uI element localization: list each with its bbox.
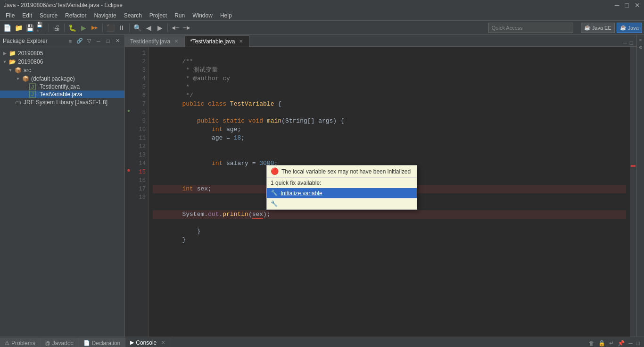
debug-btn[interactable]: 🐛 [67,23,77,33]
tab-problems-label: Problems [11,340,35,347]
back-btn[interactable]: ◀ [143,23,154,33]
tree-item-testidentify[interactable]: ▶ J TestIdentify.java [0,83,124,91]
line-num-18: 18 [132,193,146,202]
tab-testidentify[interactable]: TestIdentify.java ✕ [125,35,185,47]
quick-access-label: Quick Access [492,25,523,31]
perspective-javaee[interactable]: ☕ Java EE [581,23,615,33]
editor-tabs: TestIdentify.java ✕ *TestVariable.java ✕… [125,35,636,47]
label-default-pkg: (default package) [31,75,75,82]
tab-max-btn[interactable]: □ [628,40,635,46]
maximize-btn[interactable]: □ [625,1,629,9]
qf-fix-icon: 🔧 [271,190,278,197]
tree-item-testvariable[interactable]: ▶ J TestVariable.java [0,91,124,98]
pkg-close-btn[interactable]: ✕ [113,37,122,45]
menu-navigate[interactable]: Navigate [90,11,120,20]
forward-btn[interactable]: ▶ [155,23,165,33]
gutter-8: ● [125,107,132,115]
tab-declaration[interactable]: 📄 Declaration [79,338,126,347]
arrow-20190806: ▼ [2,59,8,65]
open-btn[interactable]: 📁 [13,23,24,33]
toolbar: 📄 📁 💾 💾+ 🖨 🐛 ▶ ▶▸ ⬛ ⏸ 🔍 ◀ ▶ ◀─ ─▶ Quick … [0,21,644,35]
qf-fix-label[interactable]: Initialize variable [281,190,322,197]
tab-testidentify-close[interactable]: ✕ [173,38,180,45]
menu-source[interactable]: Source [36,11,61,20]
run-ext-btn[interactable]: ▶▸ [90,23,100,33]
tab-problems[interactable]: ⚠ Problems [0,338,41,347]
menu-help[interactable]: Help [216,11,236,20]
console-word-wrap-btn[interactable]: ↵ [608,340,615,347]
stop-btn[interactable]: ⬛ [105,23,116,33]
tab-javadoc-label: Javadoc [52,340,74,347]
menu-run[interactable]: Run [171,11,189,20]
java-file-icon-testvariable: J [29,91,36,98]
menu-project[interactable]: Project [146,11,171,20]
tab-javadoc[interactable]: @ Javadoc [41,338,79,347]
print-btn[interactable]: 🖨 [51,23,62,33]
declaration-icon: 📄 [83,340,90,346]
gutter-14 [125,157,132,166]
pkg-min-btn[interactable]: ─ [94,37,103,45]
pkg-collapse-btn[interactable]: ≡ [66,37,74,45]
quick-access-input[interactable]: Quick Access [488,23,573,33]
console-max-btn[interactable]: □ [635,340,641,347]
tab-console[interactable]: ▶ Console ✕ [125,338,170,347]
pkg-menu-btn[interactable]: ▽ [85,37,93,45]
gutter-7 [125,98,132,107]
label-jre: JRE System Library [JavaSE-1.8] [24,99,107,106]
tab-console-close[interactable]: ✕ [161,340,165,345]
tree-item-20190805[interactable]: ▶ 📁 20190805 [0,49,124,58]
rsb-btn-1[interactable]: ≡ [637,37,644,43]
menu-search[interactable]: Search [120,11,146,20]
menu-edit[interactable]: Edit [18,11,36,20]
tab-testvariable[interactable]: *TestVariable.java ✕ [185,35,249,47]
tree-item-src[interactable]: ▼ 📦 src [0,66,124,74]
save-btn[interactable]: 💾 [25,23,35,33]
tab-testidentify-label: TestIdentify.java [130,38,170,45]
run-btn[interactable]: ▶ [78,23,89,33]
console-min-btn[interactable]: ─ [627,340,634,347]
tab-testvariable-close[interactable]: ✕ [238,38,244,45]
code-editor[interactable]: ● ● 1 2 3 4 5 6 [125,47,636,337]
title-bar: Java - 20190806/src/TestVariable.java - … [0,0,644,10]
perspective-java[interactable]: ☕ Java [617,23,642,33]
left-gutter: ● ● [125,47,132,337]
rsb-btn-2[interactable]: ⚙ [637,44,644,51]
save-all-btn[interactable]: 💾+ [36,23,46,33]
tree-item-default-pkg[interactable]: ▼ 📦 (default package) [0,74,124,83]
code-line-18: } [182,236,186,243]
qf-fix-item[interactable]: 🔧 Initialize variable [267,188,417,198]
line-num-16: 16 [132,176,146,185]
folder-icon-20190806: 📂 [8,58,16,66]
console-scroll-lock-btn[interactable]: 🔒 [597,340,607,347]
gutter-18 [125,191,132,200]
prev-edit-btn[interactable]: ◀─ [170,23,181,33]
close-btn[interactable]: ✕ [635,1,640,9]
tab-min-btn[interactable]: ─ [621,40,628,46]
pkg-max-btn[interactable]: □ [104,37,112,45]
tree-item-jre[interactable]: ▶ 🗃 JRE System Library [JavaSE-1.8] [0,98,124,107]
console-clear-btn[interactable]: 🗑 [587,340,596,347]
next-edit-btn[interactable]: ─▶ [182,23,192,33]
folder-icon-20190805: 📁 [8,50,16,57]
pkg-link-btn[interactable]: 🔗 [75,37,84,45]
menu-window[interactable]: Window [189,11,216,20]
line-num-6: 6 [132,91,146,100]
tree-item-20190806[interactable]: ▼ 📂 20190806 [0,58,124,66]
minimize-btn[interactable]: ─ [615,1,619,9]
menu-file[interactable]: File [2,11,18,20]
qf-error-icon: 🔴 [271,167,279,175]
console-pin-btn[interactable]: 📌 [616,340,626,347]
toolbar-right: Quick Access ☕ Java EE ☕ Java [488,23,642,33]
gutter-10 [125,124,132,132]
package-explorer-title: Package Explorer [3,38,64,44]
gutter-3 [125,64,132,73]
new-btn[interactable]: 📄 [2,23,12,33]
sep1 [49,24,49,32]
pause-btn[interactable]: ⏸ [116,23,127,33]
gutter-2 [125,56,132,64]
arrow-src: ▼ [8,67,13,73]
breakpoint-8[interactable]: ● [127,108,130,114]
menu-refactor[interactable]: Refactor [61,11,90,20]
search-btn2[interactable]: 🔍 [132,23,142,33]
gutter-6 [125,90,132,98]
